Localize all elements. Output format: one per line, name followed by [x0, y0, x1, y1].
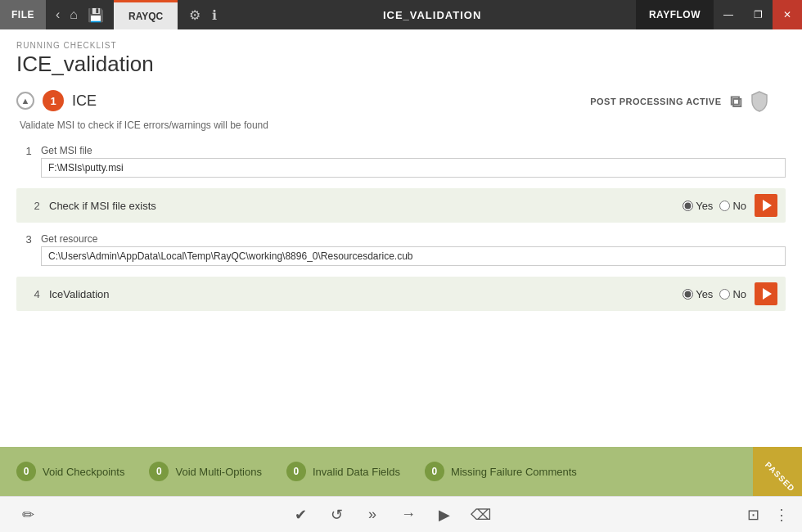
- more-options-icon[interactable]: ⋮: [774, 506, 789, 524]
- play-toolbar-button[interactable]: ▶: [430, 502, 459, 528]
- check-icon: ✔: [295, 506, 307, 524]
- item-input-3[interactable]: [41, 246, 786, 266]
- item-content-3: Get resource: [41, 233, 786, 266]
- item-row-2: Check if MSI file exists Yes No: [49, 194, 777, 217]
- radio-yes-4[interactable]: Yes: [683, 288, 713, 300]
- nav-buttons: ‹ ⌂ 💾: [46, 6, 114, 25]
- maximize-button[interactable]: ❐: [743, 0, 773, 29]
- radio-group-2: Yes No: [683, 200, 746, 212]
- toolbar-left: ✏: [13, 502, 43, 528]
- rayqc-tab[interactable]: RAYQC: [114, 0, 178, 29]
- section-container: ▲ 1 ICE Validate MSI to check if ICE err…: [16, 90, 786, 311]
- section-badge: 1: [43, 90, 64, 111]
- title-bar-right: RAYFLOW — ❐ ✕: [636, 0, 802, 29]
- item-controls-4: Yes No: [683, 282, 777, 305]
- window-title-text: ICE_VALIDATION: [383, 9, 481, 21]
- edit-icon: ✏: [22, 506, 34, 524]
- collapse-button[interactable]: ▲: [16, 92, 34, 110]
- checklist-item-1: 1 Get MSI file: [16, 139, 786, 183]
- radio-yes-2[interactable]: Yes: [683, 200, 713, 212]
- item-row-label-4: IceValidation: [49, 288, 109, 300]
- checklist-item-2: 2 Check if MSI file exists Yes No: [16, 188, 786, 223]
- forward-skip-button[interactable]: »: [358, 502, 387, 528]
- back-icon: ↺: [331, 506, 343, 524]
- title-bar-left: FILE ‹ ⌂ 💾 RAYQC ⚙ ℹ: [0, 0, 228, 29]
- item-input-1[interactable]: [41, 158, 786, 178]
- minimize-button[interactable]: —: [714, 0, 743, 29]
- item-number-1: 1: [16, 145, 41, 157]
- content-area: RUNNING CHECKLIST ICE_validation POST PR…: [0, 29, 802, 447]
- missing-comments-label: Missing Failure Comments: [451, 466, 577, 478]
- void-multioptions-badge: 0: [149, 462, 169, 481]
- play-button-4[interactable]: [755, 282, 777, 305]
- copy-icon[interactable]: ⧉: [730, 92, 742, 111]
- invalid-fields-label: Invalid Data Fields: [313, 466, 400, 478]
- check-button[interactable]: ✔: [286, 502, 315, 528]
- rayflow-button[interactable]: RAYFLOW: [636, 0, 714, 29]
- file-label: FILE: [11, 9, 34, 20]
- status-item-1: 0 Void Multi-Options: [149, 462, 262, 481]
- status-bar: 0 Void Checkpoints 0 Void Multi-Options …: [0, 447, 802, 496]
- play-triangle-icon-4: [763, 288, 772, 300]
- checklist-item-3: 3 Get resource: [16, 228, 786, 272]
- info-icon[interactable]: ℹ: [212, 7, 217, 23]
- running-label: RUNNING CHECKLIST: [16, 41, 786, 50]
- item-number-3: 3: [16, 233, 41, 246]
- void-checkpoints-label: Void Checkpoints: [43, 466, 124, 478]
- nav-back-button[interactable]: ‹: [52, 6, 63, 24]
- item-content-1: Get MSI file: [41, 145, 786, 178]
- post-processing-label: POST PROCESSING ACTIVE: [590, 97, 721, 106]
- window-controls: — ❐ ✕: [714, 0, 802, 29]
- title-bar: FILE ‹ ⌂ 💾 RAYQC ⚙ ℹ ICE_VALIDATION RAYF…: [0, 0, 802, 29]
- rayflow-label: RAYFLOW: [649, 9, 701, 20]
- play-icon: ▶: [439, 506, 450, 524]
- item-label-3: Get resource: [41, 233, 786, 245]
- gear-icon[interactable]: ⚙: [189, 7, 200, 23]
- item-number-2: 2: [25, 200, 49, 212]
- checklist-item-4: 4 IceValidation Yes No: [16, 277, 786, 311]
- toolbar-center: ✔ ↺ » → ▶ ⌫: [286, 502, 495, 528]
- shield-icon: [750, 90, 769, 113]
- item-controls-2: Yes No: [683, 194, 777, 217]
- item-label-1: Get MSI file: [41, 145, 786, 156]
- page-title: ICE_validation: [16, 52, 786, 77]
- back-button[interactable]: ↺: [322, 502, 351, 528]
- toolbar-right: ⊡ ⋮: [738, 502, 789, 528]
- nav-save-button[interactable]: 💾: [84, 6, 107, 25]
- status-item-0: 0 Void Checkpoints: [16, 462, 124, 481]
- play-button-2[interactable]: [755, 194, 777, 217]
- radio-no-2[interactable]: No: [719, 200, 746, 212]
- post-processing-area: POST PROCESSING ACTIVE ⧉: [590, 90, 769, 113]
- status-item-3: 0 Missing Failure Comments: [425, 462, 577, 481]
- toolbar-icons: ⚙ ℹ: [178, 7, 228, 23]
- delete-button[interactable]: ⌫: [466, 502, 495, 528]
- file-menu[interactable]: FILE: [0, 0, 46, 29]
- invalid-fields-badge: 0: [286, 462, 306, 481]
- nav-home-button[interactable]: ⌂: [66, 6, 81, 24]
- status-item-2: 0 Invalid Data Fields: [286, 462, 400, 481]
- radio-no-4[interactable]: No: [719, 288, 746, 300]
- play-triangle-icon: [763, 200, 772, 211]
- passed-ribbon-container: PASSED: [745, 447, 802, 496]
- void-multioptions-label: Void Multi-Options: [175, 466, 262, 478]
- arrow-right-button[interactable]: →: [394, 502, 423, 528]
- rayqc-label: RAYQC: [128, 11, 163, 22]
- radio-group-4: Yes No: [683, 288, 746, 300]
- edit-button[interactable]: ✏: [13, 502, 43, 528]
- item-row-label-2: Check if MSI file exists: [49, 200, 156, 212]
- monitor-icon: ⊡: [747, 506, 759, 524]
- item-number-4: 4: [25, 288, 49, 300]
- section-title: ICE: [72, 92, 97, 110]
- item-content-4: IceValidation Yes No: [49, 282, 777, 305]
- item-content-2: Check if MSI file exists Yes No: [49, 194, 777, 217]
- arrow-right-icon: →: [401, 506, 416, 523]
- missing-comments-badge: 0: [425, 462, 444, 481]
- toolbar: ✏ ✔ ↺ » → ▶ ⌫ ⊡ ⋮: [0, 496, 802, 532]
- forward-skip-icon: »: [368, 506, 376, 523]
- delete-icon: ⌫: [471, 506, 491, 524]
- monitor-button[interactable]: ⊡: [738, 502, 768, 528]
- close-button[interactable]: ✕: [773, 0, 802, 29]
- section-description: Validate MSI to check if ICE errors/warn…: [16, 119, 786, 131]
- void-checkpoints-badge: 0: [16, 462, 36, 481]
- window-title: ICE_VALIDATION: [228, 9, 636, 21]
